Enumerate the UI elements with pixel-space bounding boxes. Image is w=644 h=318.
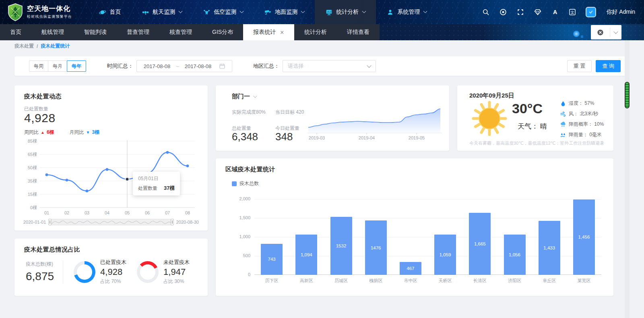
- theme-toggle-icon[interactable]: [586, 7, 596, 17]
- unprocessed-donut-chart[interactable]: [137, 261, 159, 283]
- scrollbar-thumb[interactable]: [625, 82, 630, 108]
- datazoom-right-handle[interactable]: [171, 219, 174, 225]
- unprocessed-block: 未处置疫木 1,947 占比 30%: [163, 259, 190, 285]
- arrow-down-icon: ▼: [86, 130, 90, 135]
- x-tick-label: 高新区: [289, 278, 324, 284]
- x-tick-label: 槐荫区: [359, 278, 393, 284]
- period-button-每年[interactable]: 每年: [67, 60, 86, 72]
- bar-天桥区[interactable]: 1,059: [434, 235, 456, 275]
- weather-item: 湿度： 57%: [560, 100, 604, 107]
- topnav-item-label: 航天监测: [153, 8, 175, 16]
- topnav-item-航天监测[interactable]: 航天监测: [131, 0, 192, 24]
- search-icon[interactable]: [482, 8, 490, 16]
- date-range-input[interactable]: 2017-08-08 ~ 2017-08-08: [136, 60, 232, 72]
- bar-章丘区[interactable]: 1,433: [539, 221, 560, 275]
- diamond-icon[interactable]: [534, 8, 542, 16]
- datazoom-track[interactable]: [48, 219, 173, 225]
- tab-智能判读[interactable]: 智能判读: [74, 24, 117, 40]
- translate-icon[interactable]: 文: [568, 8, 576, 16]
- tab-报表统计[interactable]: 报表统计✕: [243, 24, 294, 40]
- monitor-icon: [325, 8, 333, 16]
- bar-济阳区[interactable]: 1,056: [504, 235, 526, 275]
- topnav-item-首页[interactable]: 首页: [88, 0, 131, 24]
- target-icon[interactable]: [499, 8, 507, 16]
- weather-item: 降雨量： 0毫米: [560, 131, 604, 138]
- tab-bar: 首页航线管理智能判读普查管理核查管理GIS分布报表统计✕统计分析详情查看: [0, 24, 644, 40]
- tab-普查管理[interactable]: 普查管理: [117, 24, 159, 40]
- ratio-card-title: 疫木处置总情况占比: [24, 246, 80, 254]
- bar-plot-area: 7431,094153214764671,0591,6651,0561,4331…: [254, 199, 601, 275]
- department-selector[interactable]: 部门一: [232, 93, 256, 100]
- topnav-item-低空监测[interactable]: 低空监测: [192, 0, 254, 24]
- satellite-icon: [142, 8, 149, 16]
- bar-value-label: 1,665: [469, 241, 491, 246]
- close-all-tabs-icon[interactable]: [591, 29, 610, 36]
- chevron-down-icon: [253, 94, 257, 98]
- department-area-chart[interactable]: 2019-032019-042019-05: [308, 98, 442, 145]
- tab-统计分析[interactable]: 统计分析: [294, 24, 337, 40]
- y-tick-label: 1,500: [239, 215, 250, 220]
- mom-label: 月同比: [70, 129, 84, 136]
- region-card-title: 区域疫木处置统计: [225, 166, 275, 173]
- tab-menu-chevron-icon[interactable]: [610, 31, 621, 34]
- query-button[interactable]: 查 询: [596, 60, 621, 72]
- bar-莱芜区[interactable]: 1,456: [573, 200, 595, 275]
- tab-首页[interactable]: 首页: [0, 24, 31, 40]
- bar-长清区[interactable]: 1,665: [469, 213, 491, 275]
- app-logo: 空天地一体化 松材线虫病监测预警平台: [7, 3, 72, 21]
- chart-tooltip: 05月01日 处置数量 37棵: [133, 172, 180, 195]
- datazoom-left-handle[interactable]: [48, 219, 52, 225]
- datazoom-slider: 2020-01-01 2020-08-30: [23, 218, 199, 226]
- globe-icon: [99, 8, 106, 16]
- tooltip-date: 05月01日: [138, 175, 175, 182]
- bar-value-label: 743: [261, 257, 283, 262]
- bar-历下区[interactable]: 743: [261, 244, 283, 275]
- bar-历城区[interactable]: 1532: [330, 217, 352, 275]
- tab-核查管理[interactable]: 核查管理: [159, 24, 202, 40]
- mom-value: 3棵: [92, 129, 100, 136]
- bar-高新区[interactable]: 1,094: [295, 235, 317, 275]
- y-tick-label: 0: [248, 272, 250, 277]
- bar-市中区[interactable]: 467: [400, 262, 421, 275]
- bar-value-label: 1,059: [434, 252, 456, 257]
- breadcrumb-root[interactable]: 疫木处置: [14, 43, 34, 50]
- total-trees-block: 疫木总数(棵) 6,875: [26, 261, 54, 283]
- time-filter-label: 时间汇总：: [107, 62, 133, 70]
- bar-value-label: 467: [400, 266, 421, 271]
- period-button-每周[interactable]: 每周: [29, 60, 48, 72]
- app-subtitle: 松材线虫病监测预警平台: [27, 14, 72, 19]
- bar-legend[interactable]: 疫木总数: [232, 180, 259, 187]
- reset-button[interactable]: 重 置: [567, 60, 592, 72]
- period-button-每月[interactable]: 每月: [48, 60, 67, 72]
- user-icon: [386, 8, 394, 16]
- topnav-item-地面监测[interactable]: 地面监测: [254, 0, 315, 24]
- tab-label: 核查管理: [169, 29, 192, 36]
- region-select[interactable]: 请选择: [283, 60, 376, 72]
- calendar-icon: [219, 63, 225, 69]
- legend-label: 疫木总数: [239, 180, 259, 187]
- chevron-down-icon: [240, 9, 244, 13]
- svg-text:2019-03: 2019-03: [309, 135, 325, 140]
- daily-target-label: 当日目标 420: [275, 109, 304, 116]
- processed-donut-chart[interactable]: [74, 261, 95, 283]
- svg-text:65棵: 65棵: [28, 152, 37, 157]
- tab-close-icon[interactable]: ✕: [280, 30, 284, 35]
- fullscreen-icon[interactable]: [516, 8, 524, 16]
- topnav-item-统计分析[interactable]: 统计分析: [315, 0, 376, 24]
- total-dispatch-value: 6,348: [232, 131, 258, 143]
- tab-航线管理[interactable]: 航线管理: [31, 24, 74, 40]
- tooltip-value: 37棵: [164, 185, 175, 192]
- bar-value-label: 1,456: [573, 235, 595, 239]
- tab-详情查看[interactable]: 详情查看: [337, 24, 380, 40]
- tab-actions-control[interactable]: [591, 25, 621, 39]
- unprocessed-pct: 占比 30%: [163, 278, 190, 285]
- weather-detail-list: 湿度： 57%风： 北3米/秒降雨概率： 10%降雨量： 0毫米: [560, 100, 604, 138]
- fontsize-icon[interactable]: A: [551, 8, 559, 16]
- tab-label: 详情查看: [347, 29, 369, 36]
- bar-槐荫区[interactable]: 1476: [365, 220, 387, 275]
- svg-text:01: 01: [44, 210, 49, 215]
- breadcrumb-current: 疫木处置统计: [41, 43, 70, 50]
- tab-GIS分布[interactable]: GIS分布: [202, 24, 243, 40]
- x-tick-label: 历下区: [254, 278, 289, 284]
- topnav-item-系统管理[interactable]: 系统管理: [376, 0, 437, 24]
